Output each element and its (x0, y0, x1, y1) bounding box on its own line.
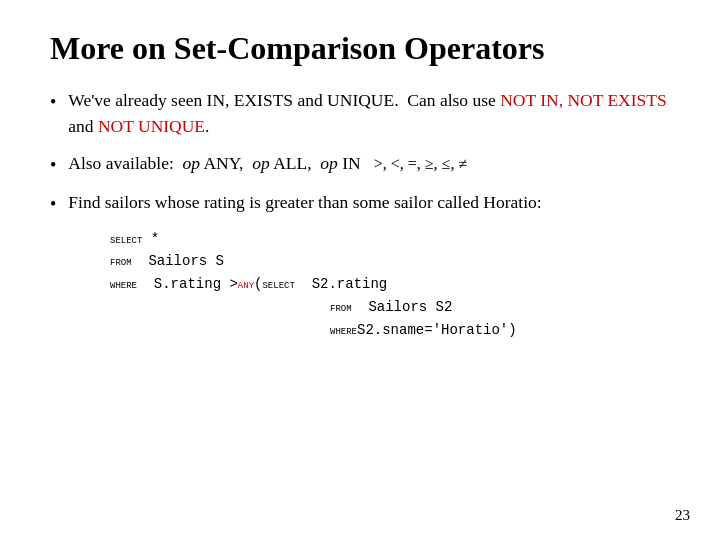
slide: More on Set-Comparison Operators • We've… (0, 0, 720, 540)
red-keyword: NOT UNIQUE (98, 116, 205, 136)
operators-text: >, <, =, ≥, ≤, ≠ (374, 155, 467, 172)
sql-keyword: where (330, 321, 357, 342)
bullet-text: Also available: op ANY, op ALL, op IN >,… (68, 150, 670, 176)
italic-op: op (252, 153, 270, 173)
list-item: • Find sailors whose rating is greater t… (50, 189, 670, 218)
sql-keyword: select (110, 230, 142, 251)
bullet-dot: • (50, 191, 56, 218)
code-line: from Sailors S (110, 250, 670, 273)
slide-title: More on Set-Comparison Operators (50, 30, 670, 67)
slide-content: • We've already seen IN, EXISTS and UNIQ… (50, 87, 670, 341)
sql-keyword: from (330, 298, 352, 319)
code-text: S.rating > (137, 273, 238, 295)
code-text: * (142, 228, 159, 250)
list-item: • Also available: op ANY, op ALL, op IN … (50, 150, 670, 179)
code-line: from Sailors S2 (110, 296, 670, 319)
sql-keyword: select (262, 275, 294, 296)
code-text: ( (254, 273, 262, 295)
sql-any-keyword: any (238, 275, 254, 296)
bullet-text: We've already seen IN, EXISTS and UNIQUE… (68, 87, 670, 140)
sql-keyword: where (110, 275, 137, 296)
bullet-dot: • (50, 89, 56, 116)
list-item: • We've already seen IN, EXISTS and UNIQ… (50, 87, 670, 140)
bullet-text: Find sailors whose rating is greater tha… (68, 189, 670, 215)
page-number: 23 (675, 507, 690, 524)
code-text: S2.rating (295, 273, 387, 295)
code-text: Sailors S (132, 250, 224, 272)
code-line: where S.rating > any (select S2.rating (110, 273, 670, 296)
sql-keyword: from (110, 252, 132, 273)
code-line: select * (110, 228, 670, 251)
italic-op: op (183, 153, 201, 173)
code-block: select * from Sailors S where S.rating >… (110, 228, 670, 342)
bullet-dot: • (50, 152, 56, 179)
red-keyword: NOT IN, NOT EXISTS (500, 90, 667, 110)
code-text: Sailors S2 (352, 296, 453, 318)
italic-op: op (320, 153, 338, 173)
code-line: where S2.sname='Horatio') (110, 319, 670, 342)
bullet-list: • We've already seen IN, EXISTS and UNIQ… (50, 87, 670, 218)
code-text: S2.sname='Horatio') (357, 319, 517, 341)
